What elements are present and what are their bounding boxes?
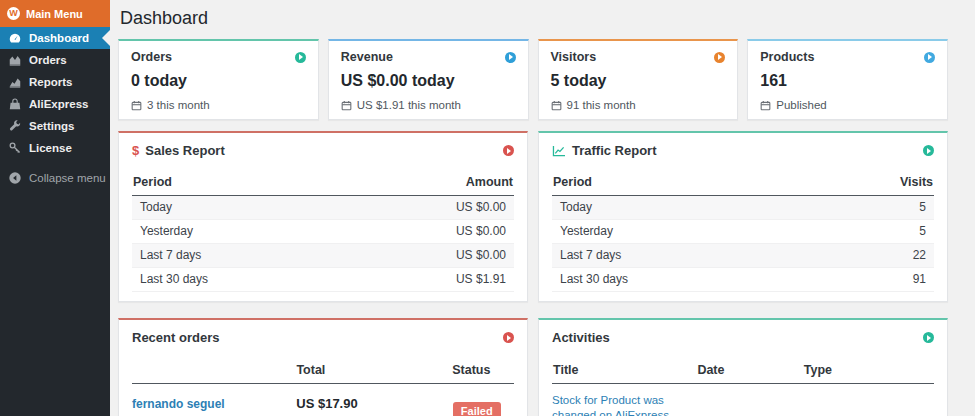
chart-line-icon — [8, 75, 22, 89]
stat-card-title: Orders — [131, 50, 172, 64]
order-total: US $17.90 — [296, 396, 453, 411]
column-header — [880, 363, 933, 377]
sidebar-item-label: Dashboard — [29, 32, 89, 44]
activity-row: Stock for Product was changed on AliExpr… — [552, 384, 934, 416]
column-header: Status — [452, 363, 513, 377]
stat-card-subtext: 91 this month — [567, 99, 636, 111]
traffic-report-card: Traffic Report Period Visits Today5 Yest… — [538, 131, 948, 302]
table-row: YesterdayUS $0.00 — [132, 220, 514, 244]
chart-area-icon — [8, 53, 22, 67]
sales-report-title: Sales Report — [145, 143, 224, 158]
sidebar-item-dashboard[interactable]: Dashboard — [0, 27, 110, 49]
stat-card-revenue: Revenue US $0.00 today US $1.91 this mon… — [328, 39, 529, 120]
stat-card-products: Products 161 Published — [747, 39, 948, 120]
activities-title: Activities — [552, 330, 610, 345]
stat-card-title: Products — [760, 50, 814, 64]
go-arrow-icon[interactable] — [923, 332, 934, 343]
column-header: Period — [553, 175, 592, 189]
shopping-bag-icon — [8, 97, 22, 111]
sales-report-card: $ Sales Report Period Amount TodayUS $0.… — [118, 131, 528, 302]
column-header: Visits — [900, 175, 933, 189]
sidebar-item-orders[interactable]: Orders — [0, 49, 110, 71]
dollar-icon: $ — [132, 143, 139, 158]
column-header: Amount — [466, 175, 513, 189]
calendar-icon — [131, 100, 142, 111]
status-badge: Failed — [453, 402, 501, 416]
stat-card-title: Visitors — [551, 50, 597, 64]
wrench-icon — [8, 119, 22, 133]
stat-card-subtext: 3 this month — [147, 99, 210, 111]
sidebar-item-label: AliExpress — [29, 98, 88, 110]
sidebar-item-label: Collapse menu — [29, 172, 106, 184]
go-arrow-icon[interactable] — [924, 52, 935, 63]
recent-orders-title: Recent orders — [132, 330, 219, 345]
column-header: Period — [133, 175, 172, 189]
table-row: Last 30 daysUS $1.91 — [132, 268, 514, 292]
stat-cards-row: Orders 0 today 3 this month Revenue US $… — [118, 39, 948, 120]
page-title: Dashboard — [120, 8, 948, 29]
wp-admin-dashboard: W Main Menu Dashboard Orders Reports — [0, 0, 975, 416]
go-arrow-icon[interactable] — [503, 145, 514, 156]
go-arrow-icon[interactable] — [295, 52, 306, 63]
active-item-notch — [94, 30, 110, 46]
line-chart-icon — [552, 145, 566, 157]
sidebar-item-main-menu[interactable]: W Main Menu — [0, 0, 110, 27]
activities-card: Activities Title Date Type Stock for Pro… — [538, 318, 948, 416]
main-content: Dashboard Orders 0 today 3 this month Re… — [110, 0, 975, 416]
go-arrow-icon[interactable] — [714, 52, 725, 63]
stat-card-visitors: Visitors 5 today 91 this month — [538, 39, 739, 120]
sidebar-item-label: License — [29, 142, 72, 154]
stat-card-orders: Orders 0 today 3 this month — [118, 39, 319, 120]
sales-report-table: Period Amount TodayUS $0.00 YesterdayUS … — [132, 169, 514, 292]
table-row: Last 7 daysUS $0.00 — [132, 244, 514, 268]
column-header — [133, 363, 296, 377]
column-header: Title — [553, 363, 697, 377]
main-menu-label: Main Menu — [26, 8, 83, 20]
go-arrow-icon[interactable] — [505, 52, 516, 63]
go-arrow-icon[interactable] — [923, 145, 934, 156]
wordpress-logo-icon: W — [7, 7, 20, 20]
go-arrow-icon[interactable] — [503, 332, 514, 343]
column-header: Type — [804, 363, 880, 377]
collapse-arrow-icon — [8, 171, 22, 185]
sidebar-item-label: Settings — [29, 120, 74, 132]
recent-orders-card: Recent orders Total Status fernando segu… — [118, 318, 528, 416]
stat-card-value: 5 today — [551, 72, 726, 90]
recent-orders-table: Total Status fernando seguel #BES-PQVRDU… — [132, 356, 514, 416]
sidebar-item-reports[interactable]: Reports — [0, 71, 110, 93]
sidebar-item-collapse-menu[interactable]: Collapse menu — [0, 167, 110, 189]
activities-table: Title Date Type Stock for Product was ch… — [552, 356, 934, 416]
stat-card-value: 161 — [760, 72, 935, 90]
sidebar-item-aliexpress[interactable]: AliExpress — [0, 93, 110, 115]
traffic-report-table: Period Visits Today5 Yesterday5 Last 7 d… — [552, 169, 934, 292]
calendar-icon — [760, 100, 771, 111]
stat-card-subtext: Published — [776, 99, 827, 111]
column-header: Total — [296, 363, 452, 377]
table-row: Yesterday5 — [552, 220, 934, 244]
stat-card-subtext: US $1.91 this month — [357, 99, 461, 111]
customer-link[interactable]: fernando seguel — [132, 397, 225, 411]
stat-card-title: Revenue — [341, 50, 393, 64]
activity-link[interactable]: Stock for Product was changed on AliExpr… — [552, 394, 672, 416]
sidebar-item-settings[interactable]: Settings — [0, 115, 110, 137]
sidebar: W Main Menu Dashboard Orders Reports — [0, 0, 110, 416]
calendar-icon — [551, 100, 562, 111]
calendar-icon — [341, 100, 352, 111]
bottom-row: Recent orders Total Status fernando segu… — [118, 318, 948, 416]
sidebar-item-label: Orders — [29, 54, 67, 66]
reports-row: $ Sales Report Period Amount TodayUS $0.… — [118, 131, 948, 302]
sidebar-item-label: Reports — [29, 76, 72, 88]
stat-card-value: 0 today — [131, 72, 306, 90]
stat-card-value: US $0.00 today — [341, 72, 516, 90]
table-row: Last 7 days22 — [552, 244, 934, 268]
gauge-icon — [8, 31, 22, 45]
sidebar-item-license[interactable]: License — [0, 137, 110, 159]
table-row: Today5 — [552, 196, 934, 220]
order-row: fernando seguel #BES-PQVRDUQQ79C4 Feb, 2… — [132, 384, 514, 416]
table-row: Last 30 days91 — [552, 268, 934, 292]
column-header: Date — [697, 363, 803, 377]
traffic-report-title: Traffic Report — [572, 143, 657, 158]
key-icon — [8, 141, 22, 155]
table-row: TodayUS $0.00 — [132, 196, 514, 220]
